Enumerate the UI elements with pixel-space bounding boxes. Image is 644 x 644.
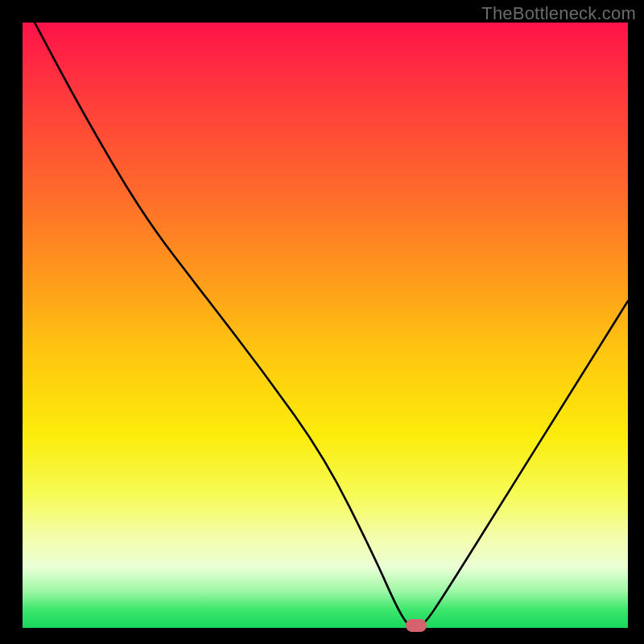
watermark-text: TheBottleneck.com xyxy=(481,3,636,24)
curve-svg xyxy=(23,23,628,628)
chart-frame: TheBottleneck.com xyxy=(0,0,644,644)
optimal-marker xyxy=(406,619,427,632)
bottleneck-curve-path xyxy=(35,23,628,628)
plot-area xyxy=(23,23,628,628)
